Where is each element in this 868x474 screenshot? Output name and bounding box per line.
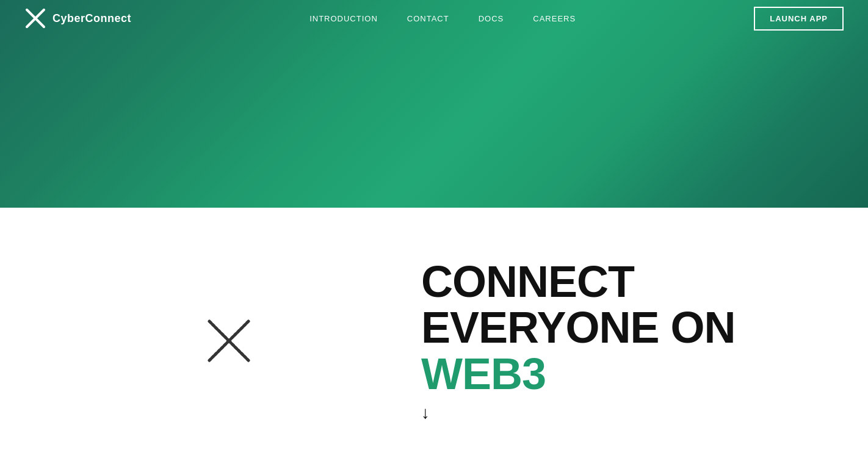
headline-line2: EVERYONE ON xyxy=(421,305,735,351)
svg-line-1 xyxy=(209,341,229,360)
right-side: CONNECT EVERYONE ON WEB3 ↓ xyxy=(385,259,795,423)
cyberconnect-large-icon xyxy=(204,316,253,365)
nav-contact[interactable]: CONTACT xyxy=(407,14,449,23)
nav-careers[interactable]: CAREERS xyxy=(533,14,576,23)
content-inner: CONNECT EVERYONE ON WEB3 ↓ xyxy=(0,259,868,423)
logo-text: CyberConnect xyxy=(52,12,131,25)
navbar: CyberConnect INTRODUCTION CONTACT DOCS C… xyxy=(0,0,868,37)
logo[interactable]: CyberConnect xyxy=(24,7,131,29)
headline-line3: WEB3 xyxy=(421,351,546,398)
svg-line-2 xyxy=(229,321,248,341)
svg-line-3 xyxy=(229,341,248,360)
left-side xyxy=(73,316,385,365)
content-section: CONNECT EVERYONE ON WEB3 ↓ xyxy=(0,208,868,474)
nav-introduction[interactable]: INTRODUCTION xyxy=(309,14,378,23)
svg-line-0 xyxy=(209,321,229,341)
logo-icon xyxy=(24,7,46,29)
headline-line1: CONNECT xyxy=(421,259,634,305)
launch-app-button[interactable]: LAUNCH APP xyxy=(754,7,844,31)
scroll-down-arrow[interactable]: ↓ xyxy=(421,403,430,423)
nav-docs[interactable]: DOCS xyxy=(479,14,504,23)
navbar-links: INTRODUCTION CONTACT DOCS CAREERS xyxy=(309,14,576,23)
